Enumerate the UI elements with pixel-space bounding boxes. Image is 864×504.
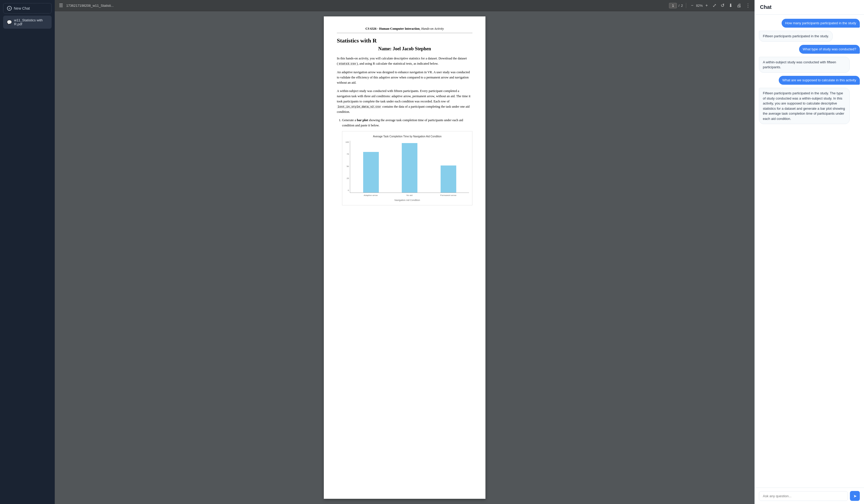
toolbar-right: ⤢ ↺ ⬇ 🖨 ⋮: [711, 2, 752, 9]
paragraph-2: An adaptive navigation arrow was designe…: [337, 70, 472, 85]
chat-message-2: What type of study was conducted?: [799, 45, 860, 54]
chat-message-5: Fifteen participants participated in the…: [759, 88, 850, 124]
download-icon[interactable]: ⬇: [728, 2, 734, 9]
bar-adaptive: [363, 152, 379, 193]
task-1: Generate a bar plot showing the average …: [342, 118, 472, 205]
file-item[interactable]: 💬 w11_Statistics with R.pdf: [3, 16, 52, 29]
pdf-page: CS 6326 - Human-Computer Interaction, Ha…: [324, 16, 485, 499]
more-options-icon[interactable]: ⋮: [745, 2, 752, 9]
new-chat-button[interactable]: + New Chat: [3, 3, 52, 14]
zoom-out-button[interactable]: −: [689, 3, 695, 8]
bar-group-adaptive: [354, 152, 388, 193]
x-label-permanent: Permanent arrow: [431, 194, 465, 197]
pdf-page-nav: / 2: [669, 3, 683, 8]
menu-icon[interactable]: ☰: [58, 2, 64, 9]
chat-messages[interactable]: How many participants participated in th…: [755, 15, 864, 488]
pdf-page-header: CS 6326 - Human-Computer Interaction, Ha…: [337, 27, 472, 33]
paragraph-1: In this hands-on activity, you will calc…: [337, 56, 472, 66]
page-input[interactable]: [669, 3, 677, 8]
bar-group-noaid: [393, 143, 427, 193]
student-name: Name: Joel Jacob Stephen: [337, 46, 472, 52]
chat-input-area: ➤: [755, 488, 864, 504]
chart-title: Average Task Completion Time by Navigati…: [346, 134, 469, 139]
rotate-icon[interactable]: ↺: [720, 2, 725, 9]
print-icon[interactable]: 🖨: [736, 2, 743, 9]
expand-icon[interactable]: ⤢: [711, 2, 718, 9]
bar-chart: Average Task Completion Time by Navigati…: [342, 131, 472, 205]
new-chat-label: New Chat: [14, 6, 30, 10]
bar-permanent: [441, 165, 456, 193]
y-tick-75: 75: [347, 153, 349, 156]
pdf-zoom-controls: − 82% +: [689, 3, 709, 8]
file-item-label: w11_Statistics with R.pdf: [14, 18, 48, 26]
activity-type: Hands-on Activity: [421, 27, 444, 30]
pdf-doc-title: Statistics with R: [337, 37, 472, 44]
sidebar: + New Chat 💬 w11_Statistics with R.pdf: [0, 0, 55, 504]
task-list: Generate a bar plot showing the average …: [342, 118, 472, 205]
chat-panel: Chat How many participants participated …: [755, 0, 864, 504]
send-icon: ➤: [853, 494, 857, 499]
page-total: 2: [681, 4, 683, 8]
plus-icon: +: [7, 6, 12, 11]
y-tick-0: 0: [348, 189, 349, 192]
chat-message-3: A within-subject study was conducted wit…: [759, 57, 850, 73]
pdf-filename: 1736217198208_w11_Statisti...: [66, 4, 667, 8]
pdf-content[interactable]: CS 6326 - Human-Computer Interaction, Ha…: [55, 11, 755, 504]
chart-x-labels: Adaptive arrow No aid Permanent arrow: [350, 194, 469, 197]
bar-noaid: [402, 143, 417, 193]
chat-message-1: Fifteen participants participated in the…: [759, 31, 833, 42]
zoom-level: 82%: [696, 4, 703, 8]
x-label-adaptive: Adaptive arrow: [354, 194, 387, 197]
page-separator: /: [679, 4, 680, 8]
y-tick-50: 50: [347, 165, 349, 168]
chat-send-button[interactable]: ➤: [850, 491, 860, 501]
y-tick-100: 100: [346, 141, 349, 144]
chat-message-0: How many participants participated in th…: [782, 19, 860, 28]
paragraph-3: A within-subject study was conducted wit…: [337, 88, 472, 115]
chat-message-4: What are we supposed to calculate in thi…: [779, 76, 860, 85]
course-code: CS 6326 - Human-Computer Interaction: [365, 27, 420, 30]
zoom-in-button[interactable]: +: [704, 3, 709, 8]
y-tick-25: 25: [347, 177, 349, 180]
chat-input[interactable]: [759, 491, 848, 501]
pdf-viewer: ☰ 1736217198208_w11_Statisti... / 2 − 82…: [55, 0, 755, 504]
pdf-toolbar: ☰ 1736217198208_w11_Statisti... / 2 − 82…: [55, 0, 755, 11]
chat-header: Chat: [755, 0, 864, 15]
pdf-body: In this hands-on activity, you will calc…: [337, 56, 472, 205]
chat-icon: 💬: [7, 20, 12, 25]
bar-group-permanent: [431, 165, 465, 193]
chart-x-title: Navigation Aid Condition: [346, 198, 469, 202]
x-label-noaid: No aid: [393, 194, 426, 197]
